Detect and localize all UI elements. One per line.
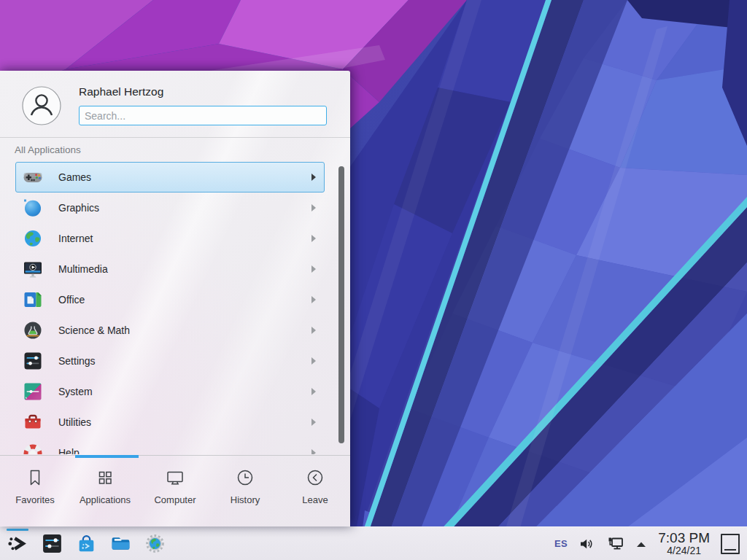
- games-icon: [23, 167, 43, 187]
- tab-leave[interactable]: Leave: [280, 458, 350, 526]
- kickoff-launcher-icon: [7, 532, 29, 555]
- search-field-wrap: [79, 106, 327, 125]
- submenu-arrow-icon: [311, 327, 316, 334]
- taskbar: ES 7:03 PM 4/24/21: [0, 526, 747, 560]
- utilities-toolbox-icon: [23, 412, 43, 432]
- category-office[interactable]: Office: [15, 284, 325, 315]
- submenu-arrow-icon: [311, 235, 316, 242]
- leave-circle-icon: [304, 467, 326, 489]
- network-icon[interactable]: [605, 535, 624, 553]
- tab-computer[interactable]: Computer: [140, 458, 210, 526]
- category-label: Internet: [58, 233, 93, 244]
- web-browser-button[interactable]: [144, 532, 166, 555]
- search-input[interactable]: [79, 106, 327, 125]
- settings-sliders-icon: [23, 351, 43, 371]
- footer-separator: [0, 455, 350, 456]
- submenu-arrow-icon: [311, 174, 316, 181]
- application-launcher-button[interactable]: [7, 532, 29, 555]
- application-launcher-menu: Raphael Hertzog All Applications Games: [0, 71, 350, 526]
- office-icon: [23, 289, 43, 310]
- category-system[interactable]: System: [15, 376, 325, 407]
- category-graphics[interactable]: Graphics: [15, 192, 325, 223]
- discover-icon: [75, 532, 98, 555]
- user-name: Raphael Hertzog: [79, 85, 163, 98]
- system-icon: [23, 381, 43, 402]
- tab-label: History: [231, 494, 260, 505]
- category-label: Multimedia: [58, 263, 108, 275]
- active-task-indicator: [7, 529, 28, 531]
- launcher-tab-bar: Favorites Applications Computer: [0, 458, 350, 526]
- volume-icon[interactable]: [578, 536, 595, 552]
- launcher-header: Raphael Hertzog: [0, 71, 350, 137]
- clock-time: 7:03 PM: [658, 531, 710, 545]
- graphics-icon: [23, 198, 43, 218]
- discover-button[interactable]: [75, 532, 98, 555]
- system-settings-icon: [41, 532, 63, 555]
- tab-applications[interactable]: Applications: [70, 458, 140, 526]
- section-label: All Applications: [15, 144, 81, 155]
- tab-favorites[interactable]: Favorites: [0, 458, 70, 526]
- submenu-arrow-icon: [311, 419, 316, 426]
- submenu-arrow-icon: [311, 388, 316, 395]
- clock-icon: [234, 467, 256, 489]
- submenu-arrow-icon: [311, 265, 316, 273]
- keyboard-layout-indicator[interactable]: ES: [554, 538, 568, 549]
- help-lifering-icon: [23, 443, 43, 454]
- category-label: Settings: [58, 355, 96, 367]
- category-label: Utilities: [58, 416, 91, 428]
- system-tray: ES 7:03 PM 4/24/21: [554, 527, 747, 560]
- monitor-icon: [164, 467, 186, 489]
- category-label: Games: [58, 171, 91, 183]
- taskbar-app-icons: [0, 527, 166, 560]
- tab-label: Leave: [302, 494, 328, 505]
- category-help[interactable]: Help: [15, 438, 325, 454]
- category-utilities[interactable]: Utilities: [15, 407, 325, 438]
- expand-tray-caret-icon[interactable]: [635, 540, 647, 548]
- dolphin-folder-icon: [109, 532, 132, 555]
- internet-globe-icon: [23, 228, 43, 249]
- science-flask-icon: [23, 320, 43, 341]
- file-manager-button[interactable]: [109, 532, 132, 555]
- submenu-arrow-icon: [311, 357, 316, 365]
- category-label: Office: [58, 294, 85, 306]
- multimedia-icon: [23, 259, 43, 279]
- category-label: System: [58, 386, 93, 397]
- category-multimedia[interactable]: Multimedia: [15, 254, 325, 284]
- bookmark-icon: [24, 467, 46, 489]
- category-label: Graphics: [58, 202, 99, 214]
- tab-label: Applications: [80, 494, 131, 505]
- category-science-math[interactable]: Science & Math: [15, 315, 325, 346]
- digital-clock[interactable]: 7:03 PM 4/24/21: [658, 531, 710, 556]
- konqueror-globe-gear-icon: [144, 532, 166, 555]
- category-internet[interactable]: Internet: [15, 223, 325, 254]
- user-avatar-icon[interactable]: [22, 86, 61, 125]
- app-grid-icon: [94, 467, 116, 489]
- category-label: Science & Math: [58, 324, 130, 336]
- show-desktop-button[interactable]: [721, 534, 740, 554]
- clock-date: 4/24/21: [658, 545, 710, 556]
- system-settings-button[interactable]: [41, 532, 63, 555]
- list-scrollbar[interactable]: [338, 166, 344, 443]
- tab-label: Computer: [154, 494, 196, 505]
- submenu-arrow-icon: [311, 296, 316, 303]
- tab-history[interactable]: History: [210, 458, 280, 526]
- submenu-arrow-icon: [311, 449, 316, 454]
- category-settings[interactable]: Settings: [15, 346, 325, 376]
- header-separator: [0, 137, 350, 138]
- category-label: Help: [58, 447, 80, 454]
- desktop: ES 7:03 PM 4/24/21: [0, 0, 747, 560]
- submenu-arrow-icon: [311, 204, 316, 211]
- tab-label: Favorites: [15, 494, 54, 505]
- category-list: Games Graphics: [0, 162, 350, 454]
- category-games[interactable]: Games: [15, 162, 325, 192]
